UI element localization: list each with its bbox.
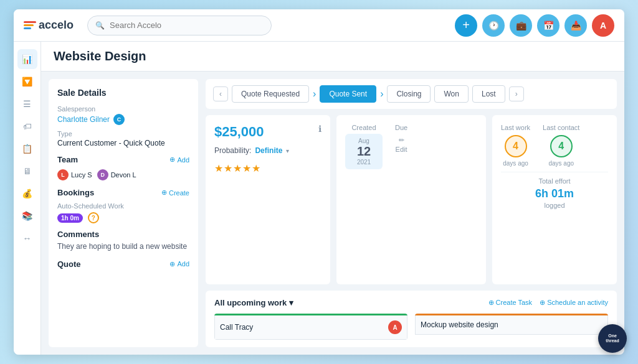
nav-icon-dollar[interactable]: 💰: [17, 184, 37, 203]
nav-icon-clipboard[interactable]: 📋: [17, 139, 37, 159]
dates-panel: Created Aug 12 2021 Due ✏: [336, 115, 486, 284]
header: accelo 🔍 + 🕐 💼 📅 📥 A: [14, 9, 624, 42]
nav-icon-books[interactable]: 📚: [17, 206, 37, 226]
probability-dropdown[interactable]: ▾: [286, 147, 289, 154]
nav-icon-chart[interactable]: 📊: [17, 49, 37, 69]
nav-icon-monitor[interactable]: 🖥: [17, 161, 37, 181]
last-contact-days-ago: days ago: [548, 160, 574, 167]
right-area: ‹ Quote Requested › Quote Sent › Closing…: [206, 79, 617, 347]
status-won[interactable]: Won: [434, 85, 468, 103]
status-lost[interactable]: Lost: [472, 85, 505, 103]
salesperson-badge: C: [113, 114, 125, 125]
content-body: Sale Details Salesperson Charlotte Gilne…: [41, 72, 624, 355]
prev-status-button[interactable]: ‹: [213, 86, 228, 101]
edit-due-date-button[interactable]: ✏ Edit: [396, 136, 407, 153]
nav-icon-filter[interactable]: 🔽: [17, 72, 37, 91]
due-date-col: Due ✏ Edit: [395, 124, 407, 276]
created-date-col: Created Aug 12 2021: [345, 124, 383, 276]
comments-section: Comments They are hoping to build a new …: [57, 230, 189, 252]
briefcase-button[interactable]: 💼: [510, 14, 532, 37]
nav-icon-tag[interactable]: 🏷: [17, 116, 37, 136]
add-button[interactable]: +: [455, 14, 477, 37]
create-task-button[interactable]: ⊕ Create Task: [488, 299, 533, 307]
clock-button[interactable]: 🕐: [482, 14, 505, 37]
last-contact-label: Last contact: [543, 124, 579, 131]
upcoming-header: All upcoming work ▾ ⊕ Create Task ⊕ Sche…: [214, 298, 608, 307]
body-area: 📊 🔽 ☰ 🏷 📋 🖥 💰 📚 ↔ Website Design Sale De…: [14, 42, 624, 355]
status-quote-requested[interactable]: Quote Requested: [232, 85, 309, 103]
upcoming-item-mockup: Mockup website design: [415, 314, 608, 340]
metrics-panel: Last work 4 days ago Last contact 4 days…: [492, 115, 617, 284]
sale-details-panel: Sale Details Salesperson Charlotte Gilne…: [49, 79, 198, 347]
total-effort-section: Total effort 6h 01m logged: [501, 172, 608, 209]
onethread-badge[interactable]: Onethread: [598, 324, 627, 353]
status-closing[interactable]: Closing: [387, 85, 431, 103]
logo-line-2: [24, 24, 34, 26]
logo-line-1: [24, 21, 36, 23]
created-label: Created: [351, 124, 376, 131]
create-booking-button[interactable]: ⊕ Create: [161, 189, 189, 197]
probability-row: Probability: Definite ▾: [214, 146, 321, 155]
onethread-label: Onethread: [606, 334, 619, 344]
upcoming-title-text: All upcoming work: [214, 298, 287, 307]
salesperson-label: Salesperson: [57, 105, 189, 113]
created-day: 12: [351, 144, 376, 159]
inbox-button[interactable]: 📥: [564, 14, 587, 37]
next-status-button[interactable]: ›: [509, 86, 524, 101]
search-input[interactable]: [110, 21, 264, 30]
auto-scheduled-row: 1h 0m ?: [57, 212, 189, 223]
upcoming-work-section: All upcoming work ▾ ⊕ Create Task ⊕ Sche…: [206, 291, 617, 347]
team-label: Team: [57, 155, 78, 164]
details-row: $25,000 ℹ Probability: Definite ▾ ★★★★★: [206, 115, 617, 284]
calendar-button[interactable]: 📅: [537, 14, 559, 37]
upcoming-items: Call Tracy A Mockup website design: [214, 314, 608, 340]
content: Website Design Sale Details Salesperson …: [41, 42, 624, 355]
devon-name: Devon L: [111, 171, 136, 179]
call-tracy-title: Call Tracy: [220, 323, 253, 332]
status-arrow: ›: [313, 88, 316, 100]
probability-value: Definite: [255, 146, 282, 155]
metrics-row: Last work 4 days ago Last contact 4 days…: [501, 124, 608, 167]
page-title: Website Design: [54, 49, 612, 63]
logged-label: logged: [501, 202, 608, 209]
last-work-col: Last work 4 days ago: [501, 124, 530, 167]
type-label: Type: [57, 130, 189, 138]
nav-icon-menu[interactable]: ☰: [17, 94, 37, 114]
upcoming-title: All upcoming work ▾: [214, 298, 293, 307]
header-actions: + 🕐 💼 📅 📥 A: [455, 14, 614, 37]
salesperson-field: Salesperson Charlotte Gilner C: [57, 105, 189, 125]
upcoming-dropdown-icon[interactable]: ▾: [289, 298, 293, 307]
team-member-devon: D Devon L: [97, 169, 136, 180]
logo-line-3: [24, 27, 31, 29]
add-team-button[interactable]: ⊕ Add: [169, 156, 189, 164]
logo-icon: [24, 21, 36, 29]
devon-avatar: D: [97, 169, 108, 180]
last-work-days-ago: days ago: [503, 160, 528, 167]
status-bar: ‹ Quote Requested › Quote Sent › Closing…: [206, 79, 617, 109]
add-quote-button[interactable]: ⊕ Add: [169, 260, 189, 268]
type-field: Type Current Customer - Quick Quote: [57, 130, 189, 147]
price-panel: $25,000 ℹ Probability: Definite ▾ ★★★★★: [206, 115, 330, 284]
info-icon[interactable]: ℹ: [318, 124, 321, 134]
left-nav: 📊 🔽 ☰ 🏷 📋 🖥 💰 📚 ↔: [14, 42, 41, 355]
logo: accelo: [24, 19, 80, 32]
avatar-button[interactable]: A: [592, 14, 614, 37]
type-value: Current Customer - Quick Quote: [57, 139, 189, 147]
search-bar[interactable]: 🔍: [87, 16, 272, 35]
created-month: Aug: [351, 138, 376, 144]
nav-icon-arrows[interactable]: ↔: [17, 228, 37, 248]
team-members: L Lucy S D Devon L: [57, 169, 189, 180]
help-icon[interactable]: ?: [88, 212, 99, 223]
last-contact-value: 4: [550, 135, 573, 157]
sale-details-title: Sale Details: [57, 88, 189, 98]
schedule-activity-button[interactable]: ⊕ Schedule an activity: [540, 299, 608, 307]
comments-text: They are hoping to build a new website: [57, 241, 189, 252]
mockup-title: Mockup website design: [421, 320, 498, 329]
edit-icon: ✏: [399, 136, 404, 144]
search-icon: 🔍: [95, 21, 105, 30]
status-quote-sent[interactable]: Quote Sent: [320, 85, 376, 103]
upcoming-item-call: Call Tracy A: [214, 314, 407, 340]
team-section-header: Team ⊕ Add: [57, 155, 189, 164]
last-work-label: Last work: [501, 124, 530, 131]
item-content-mockup: Mockup website design: [415, 315, 608, 335]
